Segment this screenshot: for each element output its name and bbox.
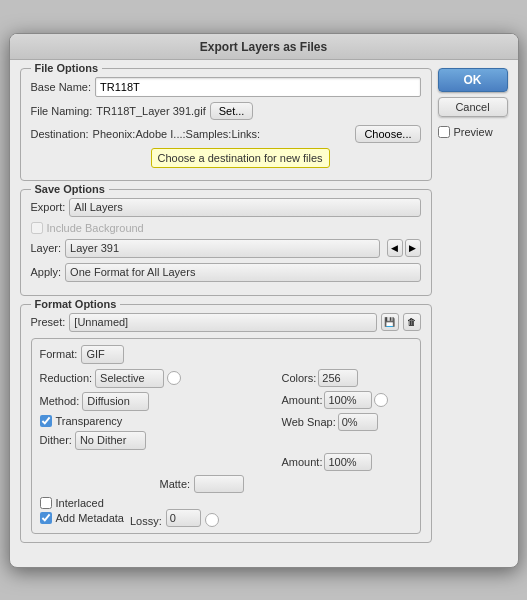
layer-select[interactable]: Layer 391 xyxy=(65,239,379,258)
matte-label: Matte: xyxy=(160,478,191,490)
layer-row: Layer: Layer 391 ◀ ▶ xyxy=(31,239,421,258)
dither-select[interactable]: No Dither xyxy=(75,431,146,450)
export-label: Export: xyxy=(31,201,66,213)
colors-select[interactable]: 256 xyxy=(318,369,358,387)
transparency-checkbox[interactable] xyxy=(40,415,52,427)
apply-select[interactable]: One Format for All Layers xyxy=(65,263,420,282)
preview-label: Preview xyxy=(454,126,493,138)
ok-button[interactable]: OK xyxy=(438,68,508,92)
file-naming-label: File Naming: xyxy=(31,105,93,117)
base-name-label: Base Name: xyxy=(31,81,92,93)
reduction-circle-icon xyxy=(167,371,181,385)
save-preset-button[interactable]: 💾 xyxy=(381,313,399,331)
lossy-label: Lossy: xyxy=(130,515,162,527)
format-select[interactable]: GIF xyxy=(81,345,124,364)
include-background-checkbox[interactable] xyxy=(31,222,43,234)
file-options-section: File Options Base Name: File Naming: TR1… xyxy=(20,68,432,181)
matte-row: Matte: xyxy=(160,475,412,493)
format-left-col: Reduction: Selective xyxy=(40,369,276,475)
file-naming-value: TR118T_Layer 391.gif xyxy=(96,105,205,117)
interlaced-checkbox[interactable] xyxy=(40,497,52,509)
destination-value: Pheonix:Adobe I...:Samples:Links: xyxy=(93,128,352,140)
bottom-checks-left: Interlaced Add Metadata xyxy=(40,497,125,527)
layer-label: Layer: xyxy=(31,242,62,254)
tooltip: Choose a destination for new files xyxy=(31,148,421,172)
websnap-select[interactable]: 0% xyxy=(338,413,378,431)
include-background-row: Include Background xyxy=(31,222,421,234)
amount-select[interactable]: 100% xyxy=(324,391,372,409)
save-options-label: Save Options xyxy=(31,183,109,195)
dialog-title: Export Layers as Files xyxy=(10,34,518,60)
dither-row: Dither: No Dither xyxy=(40,431,276,450)
reduction-select-wrapper: Selective xyxy=(95,369,164,388)
websnap-row: Web Snap: 0% xyxy=(282,413,412,431)
interlaced-row: Interlaced xyxy=(40,497,125,509)
dither-amount-row: Amount: 100% xyxy=(282,453,412,471)
method-row: Method: Diffusion xyxy=(40,392,276,411)
apply-row: Apply: One Format for All Layers xyxy=(31,263,421,282)
format-right-col: Colors: 256 Amount: 100% xyxy=(282,369,412,475)
method-select[interactable]: Diffusion xyxy=(82,392,149,411)
colors-label: Colors: xyxy=(282,372,317,384)
preset-select[interactable]: [Unnamed] xyxy=(69,313,376,332)
preset-label: Preset: xyxy=(31,316,66,328)
bottom-checks-layout: Interlaced Add Metadata Lossy: xyxy=(40,497,412,527)
amount-label: Amount: xyxy=(282,394,323,406)
include-background-label: Include Background xyxy=(47,222,144,234)
export-select[interactable]: All Layers xyxy=(69,198,420,217)
amount-row: Amount: 100% xyxy=(282,391,412,409)
lossy-select[interactable]: 0 xyxy=(166,509,201,527)
method-select-wrapper: Diffusion xyxy=(82,392,149,411)
preview-checkbox[interactable] xyxy=(438,126,450,138)
dither-select-wrapper: No Dither xyxy=(75,431,146,450)
preset-select-wrapper: [Unnamed] xyxy=(69,313,376,332)
layer-nav-arrows: ◀ ▶ xyxy=(387,239,421,257)
add-metadata-row: Add Metadata xyxy=(40,512,125,524)
add-metadata-checkbox[interactable] xyxy=(40,512,52,524)
dither-label: Dither: xyxy=(40,434,72,446)
interlaced-label: Interlaced xyxy=(56,497,104,509)
delete-preset-button[interactable]: 🗑 xyxy=(403,313,421,331)
export-row: Export: All Layers xyxy=(31,198,421,217)
apply-select-wrapper: One Format for All Layers xyxy=(65,263,420,282)
websnap-label: Web Snap: xyxy=(282,416,336,428)
export-dialog: Export Layers as Files File Options Base… xyxy=(9,33,519,568)
transparency-row: Transparency xyxy=(40,415,276,427)
transparency-label: Transparency xyxy=(56,415,123,427)
bottom-checks-right: Lossy: 0 xyxy=(130,497,219,527)
format-row: Format: GIF xyxy=(40,345,412,364)
apply-label: Apply: xyxy=(31,266,62,278)
format-two-col: Reduction: Selective xyxy=(40,369,412,475)
preview-row: Preview xyxy=(438,126,508,138)
format-options-section: Format Options Preset: [Unnamed] 💾 🗑 xyxy=(20,304,432,543)
cancel-button[interactable]: Cancel xyxy=(438,97,508,117)
right-spacer xyxy=(282,435,412,453)
layer-next-button[interactable]: ▶ xyxy=(405,239,421,257)
set-button[interactable]: Set... xyxy=(210,102,254,120)
layer-prev-button[interactable]: ◀ xyxy=(387,239,403,257)
file-naming-row: File Naming: TR118T_Layer 391.gif Set... xyxy=(31,102,421,120)
colors-row: Colors: 256 xyxy=(282,369,412,387)
reduction-select[interactable]: Selective xyxy=(95,369,164,388)
dither-amount-select[interactable]: 100% xyxy=(324,453,372,471)
layer-select-wrapper: Layer 391 xyxy=(65,239,379,258)
destination-row: Destination: Pheonix:Adobe I...:Samples:… xyxy=(31,125,421,143)
export-select-wrapper: All Layers xyxy=(69,198,420,217)
dither-amount-label: Amount: xyxy=(282,456,323,468)
format-label: Format: xyxy=(40,348,78,360)
file-options-label: File Options xyxy=(31,62,103,74)
base-name-row: Base Name: xyxy=(31,77,421,97)
reduction-row: Reduction: Selective xyxy=(40,369,276,388)
matte-select[interactable] xyxy=(194,475,244,493)
base-name-input[interactable] xyxy=(95,77,420,97)
add-metadata-label: Add Metadata xyxy=(56,512,125,524)
format-options-label: Format Options xyxy=(31,298,121,310)
amount-circle-icon xyxy=(374,393,388,407)
reduction-label: Reduction: xyxy=(40,372,93,384)
bottom-checks: Interlaced Add Metadata Lossy: xyxy=(40,497,412,527)
choose-button[interactable]: Choose... xyxy=(355,125,420,143)
preset-row: Preset: [Unnamed] 💾 🗑 xyxy=(31,313,421,332)
format-subsection: Format: GIF Reduction: xyxy=(31,338,421,534)
format-select-wrapper: GIF xyxy=(81,345,124,364)
dialog-buttons: OK Cancel Preview xyxy=(438,68,508,551)
